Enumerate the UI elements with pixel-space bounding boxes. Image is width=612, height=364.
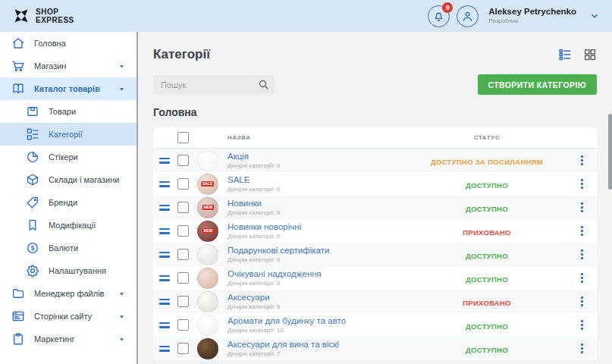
kebab-menu-icon[interactable] (581, 202, 583, 212)
chevron-down-icon (117, 61, 127, 71)
row-checkbox[interactable] (177, 249, 189, 260)
category-name-link[interactable]: Акція (228, 152, 407, 162)
kebab-menu-icon[interactable] (581, 179, 583, 189)
marketing-icon (11, 332, 25, 346)
home-icon (11, 36, 25, 50)
products-icon (26, 105, 39, 118)
row-checkbox[interactable] (177, 272, 189, 284)
create-category-button[interactable]: СТВОРИТИ КАТЕГОРІЮ (478, 74, 597, 95)
kebab-menu-icon[interactable] (581, 155, 583, 165)
sidebar-item-catalog[interactable]: Каталог товарів (0, 77, 137, 100)
chevron-down-icon (117, 334, 127, 344)
sidebar-item-label: Товари (49, 107, 76, 116)
sidebar-item-files[interactable]: Менеджер файлів (0, 282, 137, 305)
category-name-link[interactable]: Аромати для будинку та авто (228, 316, 407, 327)
select-all-checkbox[interactable] (177, 132, 189, 143)
section-title: Головна (153, 106, 597, 118)
row-checkbox[interactable] (177, 296, 189, 307)
status-badge: ПРИХОВАНО (463, 299, 511, 307)
list-view-icon[interactable] (558, 48, 572, 61)
drag-handle[interactable] (159, 181, 170, 187)
table-row: Очікувані надходження Дочірні категорії:… (153, 266, 597, 290)
category-name-link[interactable]: Новинки новорічні (228, 222, 407, 233)
drag-handle[interactable] (159, 228, 170, 234)
page-scrollbar-thumb[interactable] (608, 114, 612, 190)
kebab-menu-icon[interactable] (581, 297, 583, 306)
currency-icon: $ (26, 241, 39, 255)
row-checkbox[interactable] (177, 202, 189, 213)
pages-icon (11, 309, 25, 323)
thumbnail-badge: SALE (202, 181, 215, 187)
category-thumbnail (197, 268, 218, 289)
settings-icon (26, 264, 39, 278)
category-name-link[interactable]: Подарункові сертифікати (228, 246, 407, 256)
category-name-link[interactable]: Аксесуари (228, 293, 407, 303)
sidebar-item-brands[interactable]: Бренди (0, 191, 137, 214)
user-role: Розробник (488, 17, 576, 25)
row-checkbox[interactable] (177, 155, 189, 166)
sidebar-item-label: Бренди (49, 198, 77, 207)
row-checkbox[interactable] (177, 178, 189, 190)
status-badge: ПРИХОВАНО (463, 228, 511, 237)
sidebar-item-marketing[interactable]: Маркетинг (0, 328, 137, 350)
kebab-menu-icon[interactable] (581, 344, 583, 353)
brands-icon (26, 196, 39, 209)
kebab-menu-icon[interactable] (581, 226, 583, 236)
sidebar-item-home[interactable]: Головна (0, 32, 137, 55)
svg-text:$: $ (31, 245, 35, 252)
kebab-menu-icon[interactable] (581, 273, 583, 283)
sidebar-item-warehouse[interactable]: Склади і магазини (0, 168, 137, 191)
drag-handle[interactable] (159, 252, 170, 258)
table-row: Аксесуари Дочірні категорії: 0 ПРИХОВАНО (153, 290, 597, 313)
sidebar-item-currency[interactable]: $ Валюти (0, 237, 137, 259)
drag-handle[interactable] (159, 322, 170, 328)
sidebar-nav: Головна Магазин Каталог товарів Товари К… (0, 32, 138, 364)
row-checkbox[interactable] (177, 225, 189, 237)
sidebar-item-settings[interactable]: Налаштування (0, 259, 137, 282)
person-icon (461, 10, 474, 23)
drag-handle[interactable] (159, 275, 170, 281)
user-info[interactable]: Aleksey Petrychenko Розробник (488, 7, 576, 24)
search-icon[interactable] (258, 79, 269, 90)
category-children-count: Дочірні категорії: 0 (228, 162, 407, 170)
row-checkbox[interactable] (177, 343, 189, 354)
drag-handle[interactable] (159, 346, 170, 352)
grid-view-icon[interactable] (583, 48, 597, 61)
brand-logo: SHOP EXPRESS (12, 7, 74, 25)
kebab-menu-icon[interactable] (581, 249, 583, 259)
category-name-link[interactable]: Очікувані надходження (228, 269, 407, 280)
category-name-link[interactable]: SALE (228, 175, 407, 186)
shop-express-logo-icon (12, 7, 30, 25)
category-children-count: Дочірні категорії: 0 (228, 256, 407, 264)
sidebar-item-categories[interactable]: Категорії (0, 123, 137, 146)
category-children-count: Дочірні категорії: 0 (228, 186, 407, 193)
header-right: 9 Aleksey Petrychenko Розробник (428, 5, 600, 27)
category-children-count: Дочірні категорії: 0 (228, 303, 407, 311)
drag-handle[interactable] (159, 158, 170, 164)
sidebar-item-label: Склади і магазини (49, 175, 119, 184)
category-children-count: Дочірні категорії: 0 (228, 280, 407, 287)
controls-row: СТВОРИТИ КАТЕГОРІЮ (153, 74, 597, 95)
sidebar-item-cart[interactable]: Магазин (0, 55, 137, 77)
sidebar-item-modifications[interactable]: Модифікації (0, 214, 137, 237)
search-input[interactable] (153, 75, 275, 94)
sidebar-item-pages[interactable]: Сторінки сайту (0, 305, 137, 328)
app-header: SHOP EXPRESS 9 Aleksey Petrychenko Розро… (0, 0, 612, 32)
kebab-menu-icon[interactable] (581, 320, 583, 330)
profile-avatar-button[interactable] (457, 5, 479, 27)
drag-handle[interactable] (159, 205, 170, 211)
thumbnail-badge: NEW (202, 205, 213, 210)
notifications-button[interactable]: 9 (428, 5, 450, 27)
category-name-link[interactable]: Аксесуари для вина та віскі (228, 340, 407, 350)
category-children-count: Дочірні категорії: 0 (228, 233, 407, 240)
category-name-link[interactable]: Новинки (228, 199, 407, 209)
main-content: Категорії СТВОРИТИ КАТЕГОРІЮ Головна (138, 32, 612, 364)
sidebar-item-label: Валюти (49, 243, 78, 253)
sidebar-item-label: Категорії (49, 130, 83, 139)
drag-handle[interactable] (159, 299, 170, 305)
sidebar-item-stickers[interactable]: Стікери (0, 146, 137, 168)
row-checkbox[interactable] (177, 319, 189, 331)
categories-icon (26, 127, 39, 141)
user-menu-chevron-down-icon[interactable] (589, 11, 600, 21)
sidebar-item-products[interactable]: Товари (0, 100, 137, 123)
